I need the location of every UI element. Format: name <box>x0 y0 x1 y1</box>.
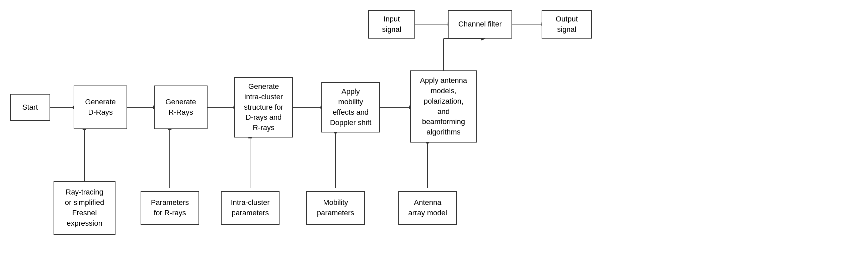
diagram-container: Start GenerateD-Rays GenerateR-Rays Gene… <box>0 0 868 276</box>
apply-antenna-box: Apply antennamodels,polarization,andbeam… <box>410 71 477 142</box>
input-signal-box: Inputsignal <box>368 10 415 38</box>
output-signal-box: Outputsignal <box>541 10 592 38</box>
mobility-params-box: Mobilityparameters <box>306 191 365 225</box>
channel-filter-box: Channel filter <box>448 10 512 38</box>
intracluster-params-box: Intra-clusterparameters <box>221 191 280 225</box>
raytracing-box: Ray-tracingor simplifiedFresnelexpressio… <box>54 181 116 235</box>
generate-intracluster-box: Generateintra-clusterstructure forD-rays… <box>234 77 293 138</box>
generate-rrays-box: GenerateR-Rays <box>154 85 208 129</box>
antenna-array-box: Antennaarray model <box>398 191 457 225</box>
apply-mobility-box: Applymobilityeffects andDoppler shift <box>321 82 380 133</box>
generate-drays-box: GenerateD-Rays <box>74 85 127 129</box>
params-rrays-box: Parametersfor R-rays <box>141 191 199 225</box>
start-box: Start <box>10 94 50 121</box>
